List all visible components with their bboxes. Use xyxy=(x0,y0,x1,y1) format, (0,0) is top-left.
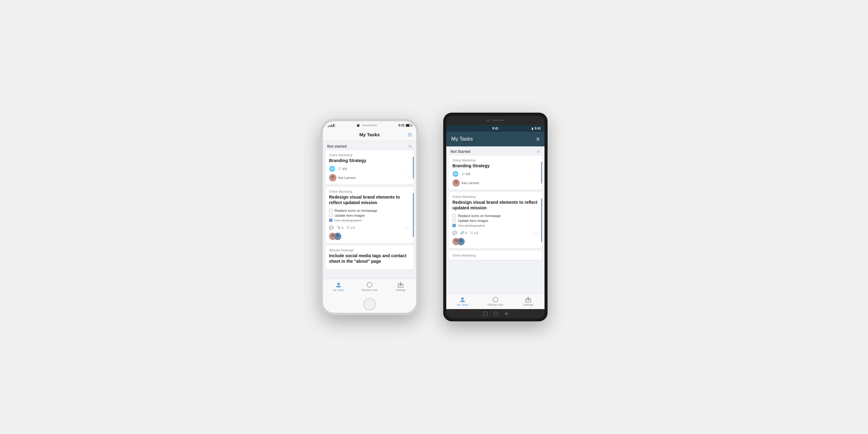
col-indicator-android: In xyxy=(537,150,540,154)
iphone-device: 9:41 My Tasks ⊟ Not started In Online Ma… xyxy=(320,119,418,315)
task-card-website[interactable]: Website Redesign Include social media ta… xyxy=(326,246,414,270)
subtask-icon: ☑ xyxy=(470,231,473,235)
avatar-row: Kat Larrson xyxy=(329,174,410,181)
nav-planner-hub[interactable]: Planner Hub xyxy=(354,279,385,294)
checklist-text: Update hero images xyxy=(458,219,488,222)
check-icon: ☑ xyxy=(462,172,465,176)
section-not-started: Not started In xyxy=(323,141,416,150)
card-title: Include social media tags and contact sh… xyxy=(329,253,410,264)
settings-icon xyxy=(398,282,404,288)
filter-icon-android[interactable]: ≡ xyxy=(536,136,539,143)
svg-point-9 xyxy=(455,181,458,184)
more-dots[interactable]: ··· xyxy=(405,225,410,230)
svg-point-7 xyxy=(367,282,372,287)
android-app-header: My Tasks ≡ xyxy=(446,132,545,146)
home-button-area xyxy=(363,296,376,313)
android-nav-planner-hub[interactable]: Planner Hub xyxy=(479,293,512,309)
android-time: 9:41 xyxy=(492,127,498,130)
checklist-item-3: ✓ Hire photographer xyxy=(329,218,410,223)
checklist-text: Replace icons on homepage xyxy=(458,214,501,218)
android-status-icons: ▮ 9:41 xyxy=(532,127,541,130)
svg-point-0 xyxy=(331,175,334,178)
planner-hub-icon-android xyxy=(492,297,498,303)
android-back-btn[interactable] xyxy=(504,312,508,316)
checklist-item-2: Update hero images xyxy=(329,213,410,218)
avatar-2 xyxy=(334,232,341,240)
task-card-redesign[interactable]: Online Marketing Redesign visual brand e… xyxy=(326,187,414,243)
card-title: Branding Strategy xyxy=(453,163,538,168)
task-card-branding[interactable]: Online Marketing Branding Strategy 🌐 ☑ 4… xyxy=(326,150,414,184)
more-dots[interactable]: ··· xyxy=(533,172,538,177)
android-bottom-nav: My Tasks Planner Hub Settings xyxy=(446,293,545,309)
nav-label: My Tasks xyxy=(333,288,344,291)
iphone-time: 9:41 xyxy=(398,124,405,127)
card-project: Online Marketing xyxy=(453,254,538,257)
nav-label: Planner Hub xyxy=(488,303,503,306)
subtask-count: ☑ 4/8 xyxy=(462,172,470,176)
android-nav-my-tasks[interactable]: My Tasks xyxy=(446,293,479,309)
nav-my-tasks[interactable]: My Tasks xyxy=(323,279,354,294)
card-project: Online Marketing xyxy=(329,190,410,193)
card-title: Redesign visual brand elements to reflec… xyxy=(453,199,538,211)
svg-point-1 xyxy=(330,179,336,181)
filter-icon[interactable]: ⊟ xyxy=(408,132,412,137)
android-nav-settings[interactable]: Settings xyxy=(512,293,545,309)
android-circle-btn[interactable] xyxy=(494,312,498,316)
attachment-icon: 🔗 xyxy=(460,231,464,235)
subtask-label: 4/8 xyxy=(466,172,470,176)
checkbox-empty[interactable] xyxy=(329,209,332,212)
home-button[interactable] xyxy=(363,298,376,310)
avatar-row xyxy=(329,232,410,240)
android-camera xyxy=(487,119,489,122)
checklist: Replace icons on homepage Update hero im… xyxy=(453,213,538,228)
android-card-redesign[interactable]: Online Marketing Redesign visual brand e… xyxy=(449,192,542,248)
checkbox-checked[interactable]: ✓ xyxy=(329,219,332,222)
avatar-kat xyxy=(329,174,336,181)
android-screen: 9:41 ▮ 9:41 My Tasks ≡ Not Started In On… xyxy=(446,125,545,309)
signal-bars xyxy=(328,124,336,127)
android-status-bar: 9:41 ▮ 9:41 xyxy=(446,125,545,132)
subtask-count: 1/3 xyxy=(474,231,478,235)
attachment-group: 📎 9 xyxy=(337,226,343,229)
android-bottom-bar xyxy=(446,309,545,318)
android-card-branding[interactable]: Online Marketing Branding Strategy 🌐 ☑ 4… xyxy=(449,156,542,190)
checkbox-empty[interactable] xyxy=(453,214,456,217)
iphone-battery xyxy=(406,124,411,127)
svg-point-6 xyxy=(337,283,340,285)
nav-settings[interactable]: Settings xyxy=(385,279,416,294)
avatar-name: Kat Larrson xyxy=(462,181,479,185)
nav-label: Settings xyxy=(523,303,533,306)
card-project: Online Marketing xyxy=(453,195,538,198)
accent-bar xyxy=(413,193,414,237)
checkbox-empty[interactable] xyxy=(329,214,332,217)
checkbox-checked[interactable]: ✓ xyxy=(453,224,456,227)
iphone-screen: My Tasks ⊟ Not started In Online Marketi… xyxy=(323,128,416,294)
svg-point-8 xyxy=(400,284,401,286)
more-dots[interactable]: ··· xyxy=(405,166,410,171)
checklist-text: Replace icons on homepage xyxy=(335,209,377,212)
card-project: Website Redesign xyxy=(329,249,410,252)
checkbox-empty[interactable] xyxy=(453,219,456,222)
avatar-kat xyxy=(453,179,460,187)
planner-hub-icon xyxy=(367,282,373,288)
card-meta: 🌐 ☑ 4/8 ··· xyxy=(453,171,538,177)
comment-icon: 💬 xyxy=(329,226,334,230)
nav-label: Settings xyxy=(396,288,406,291)
android-speaker xyxy=(492,120,504,121)
card-title: Branding Strategy xyxy=(329,158,410,163)
iphone-camera xyxy=(357,124,360,127)
card-project: Online Marketing xyxy=(329,153,410,157)
subtask-group: ☑ 1/3 xyxy=(346,226,355,229)
android-card-partial[interactable]: Online Marketing xyxy=(449,251,542,260)
iphone-speaker xyxy=(362,125,377,126)
subtask-count: 1/3 xyxy=(350,226,355,229)
avatar-2 xyxy=(457,238,465,245)
card-title: Redesign visual brand elements to reflec… xyxy=(329,194,410,205)
subtask-icon: ☑ xyxy=(346,226,350,229)
avatar-row: Kat Larrson xyxy=(453,179,538,187)
footer-left: 💬 📎 9 ☑ 1/3 xyxy=(329,226,355,230)
checklist-item-3: ✓ Hire photographer xyxy=(453,223,538,228)
android-square-btn[interactable] xyxy=(483,312,487,316)
subtask-label: 4/8 xyxy=(342,167,347,170)
more-dots[interactable]: ··· xyxy=(534,230,538,236)
